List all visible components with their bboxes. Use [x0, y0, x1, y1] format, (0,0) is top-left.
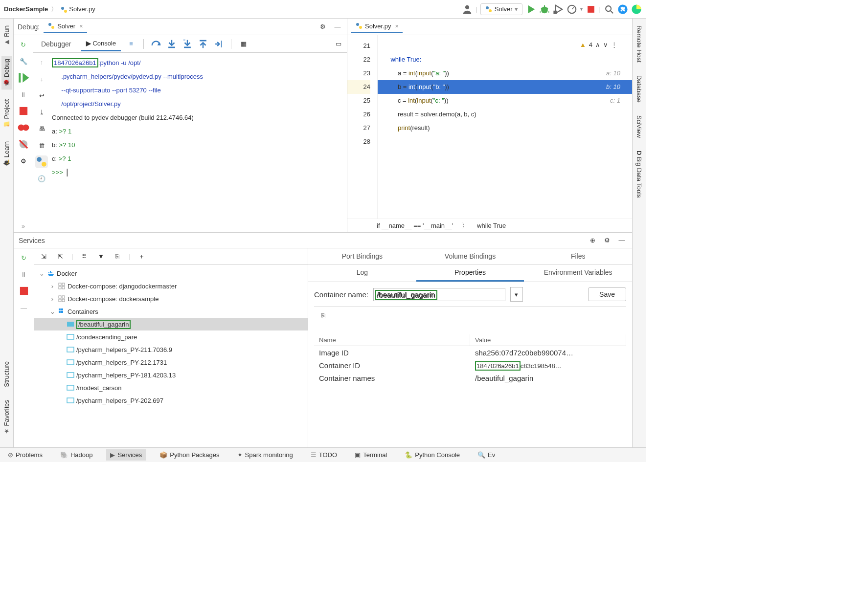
tab-big-data[interactable]: D Big Data Tools: [634, 148, 644, 201]
sb-services[interactable]: ▶ Services: [106, 449, 146, 461]
tab-sciview[interactable]: SciView: [634, 112, 644, 141]
gutter[interactable]: 2122232425262728: [347, 35, 378, 219]
prop-row[interactable]: Image ID sha256:07d72c0beb990074…: [314, 346, 626, 359]
tree-item-container[interactable]: /condescending_pare: [34, 330, 308, 343]
sb-terminal[interactable]: ▣ Terminal: [351, 449, 391, 461]
more-icon[interactable]: »: [17, 220, 30, 232]
stop-icon[interactable]: [17, 105, 30, 117]
tree-item-container[interactable]: /beautiful_gagarin: [34, 318, 308, 330]
sb-todo[interactable]: ☰ TODO: [307, 449, 341, 461]
close-icon[interactable]: ×: [395, 22, 399, 30]
step-over-icon[interactable]: [151, 39, 161, 49]
expand-all-icon[interactable]: ⇲: [38, 251, 49, 262]
clear-icon[interactable]: 🗑: [35, 139, 48, 152]
filter-icon[interactable]: ▼: [95, 251, 106, 262]
rerun-icon[interactable]: ↻: [18, 251, 30, 264]
tab-learn[interactable]: 🎓 Learn: [1, 138, 12, 170]
sb-python-packages[interactable]: 📦 Python Packages: [156, 449, 223, 461]
tab-debug[interactable]: 🐞 Debug: [1, 56, 12, 89]
next-highlight-icon[interactable]: ∨: [603, 38, 608, 52]
target-icon[interactable]: ⊕: [587, 235, 598, 246]
tree-node-compose[interactable]: ›Docker-compose: dockersample: [34, 292, 308, 305]
tab-properties[interactable]: Properties: [416, 264, 524, 282]
tab-remote-host[interactable]: Remote Host: [634, 22, 644, 66]
run-to-cursor-icon[interactable]: [213, 39, 224, 49]
console-output[interactable]: 1847026a26b1:python -u /opt/ .pycharm_he…: [50, 53, 347, 232]
pause-icon[interactable]: ⏸: [18, 268, 30, 281]
save-button[interactable]: Save: [588, 287, 626, 301]
services-tree[interactable]: ⌄Docker ›Docker-compose: djangodockermas…: [34, 265, 308, 447]
rerun-icon[interactable]: ↻: [17, 38, 30, 51]
tab-project[interactable]: 📁 Project: [1, 96, 12, 131]
settings-icon[interactable]: ⚙: [17, 154, 30, 167]
tab-structure[interactable]: Structure: [1, 358, 12, 390]
tab-log[interactable]: Log: [308, 264, 416, 282]
run-config-select[interactable]: Solver ▾: [480, 3, 522, 15]
evaluate-icon[interactable]: ▦: [238, 39, 249, 49]
container-name-input[interactable]: [373, 288, 505, 301]
modify-run-icon[interactable]: 🔧: [17, 55, 30, 67]
copy-icon[interactable]: ⎘: [318, 310, 329, 321]
sb-spark[interactable]: ✦ Spark monitoring: [233, 449, 297, 461]
layout-icon[interactable]: ▭: [333, 39, 344, 49]
tab-env-vars[interactable]: Environment Variables: [524, 264, 632, 282]
add-icon[interactable]: ＋: [136, 251, 147, 262]
breadcrumb-project[interactable]: DockerSample: [4, 5, 48, 13]
step-into-icon[interactable]: [166, 39, 177, 49]
crumb-item[interactable]: while True: [477, 222, 506, 229]
resume-icon[interactable]: [17, 71, 30, 84]
prop-row[interactable]: Container ID 1847026a26b1c83c198548…: [314, 359, 626, 372]
tree-item-container[interactable]: /modest_carson: [34, 381, 308, 394]
tab-port-bindings[interactable]: Port Bindings: [308, 248, 416, 264]
stop-icon[interactable]: [18, 285, 30, 297]
collapse-all-icon[interactable]: ⇱: [55, 251, 66, 262]
breadcrumb-file[interactable]: Solver.py: [60, 5, 95, 13]
editor-tab-solver[interactable]: Solver.py ×: [351, 20, 403, 33]
gear-icon[interactable]: ⚙: [602, 235, 612, 246]
run-button[interactable]: [525, 4, 536, 15]
soft-wrap-icon[interactable]: ↩: [35, 89, 48, 102]
tab-volume-bindings[interactable]: Volume Bindings: [416, 248, 524, 264]
code-area[interactable]: ▲4 ∧ ∨ ⋮ while True: a = int(input("a: "…: [378, 35, 632, 219]
dropdown-arrow-icon[interactable]: ▾: [580, 6, 583, 12]
scroll-up-icon[interactable]: ↑: [35, 56, 48, 68]
coverage-button[interactable]: [553, 4, 564, 15]
scroll-end-icon[interactable]: ⤓: [35, 106, 48, 118]
minimize-icon[interactable]: —: [332, 22, 343, 32]
remove-icon[interactable]: —: [18, 301, 30, 314]
ide-logo-icon[interactable]: [631, 4, 642, 15]
sync-icon[interactable]: [617, 4, 628, 15]
prev-highlight-icon[interactable]: ∧: [595, 38, 600, 52]
tree-item-container[interactable]: /pycharm_helpers_PY-211.7036.9: [34, 343, 308, 356]
group-by-icon[interactable]: ⠿: [79, 251, 90, 262]
minimize-icon[interactable]: —: [616, 235, 627, 246]
search-icon[interactable]: [604, 4, 614, 15]
crumb-item[interactable]: if __name__ == '__main__': [377, 222, 453, 229]
sb-problems[interactable]: ⊘ Problems: [4, 449, 46, 461]
tree-node-compose[interactable]: ›Docker-compose: djangodockermaster: [34, 280, 308, 292]
sb-hadoop[interactable]: 🐘 Hadoop: [56, 449, 97, 461]
open-tab-icon[interactable]: ⎘: [112, 251, 123, 262]
step-out-icon[interactable]: [198, 39, 208, 49]
tree-item-container[interactable]: /pycharm_helpers_PY-212.1731: [34, 356, 308, 369]
tree-node-docker[interactable]: ⌄Docker: [34, 267, 308, 280]
view-breakpoints-icon[interactable]: [17, 121, 30, 134]
user-icon[interactable]: [462, 4, 473, 15]
profile-button[interactable]: [566, 4, 577, 15]
stop-button[interactable]: [586, 4, 596, 15]
tab-files[interactable]: Files: [524, 248, 632, 264]
python-prompt-icon[interactable]: [35, 155, 48, 168]
history-icon[interactable]: 🕘: [35, 172, 48, 185]
sb-python-console[interactable]: 🐍 Python Console: [401, 449, 464, 461]
more-icon[interactable]: ⋮: [611, 38, 617, 52]
step-into-my-icon[interactable]: [182, 39, 193, 49]
sb-events[interactable]: 🔍 Ev: [474, 449, 499, 461]
pause-icon[interactable]: ⏸: [17, 88, 30, 101]
close-icon[interactable]: ×: [79, 22, 83, 30]
tree-item-container[interactable]: /pycharm_helpers_PY-181.4203.13: [34, 369, 308, 381]
gear-icon[interactable]: ⚙: [317, 22, 328, 32]
debug-session-tab[interactable]: Solver ×: [44, 20, 87, 33]
tab-database[interactable]: Database: [634, 72, 644, 106]
tree-item-container[interactable]: /pycharm_helpers_PY-202.697: [34, 394, 308, 407]
tab-console[interactable]: ▶ Console: [81, 36, 121, 51]
